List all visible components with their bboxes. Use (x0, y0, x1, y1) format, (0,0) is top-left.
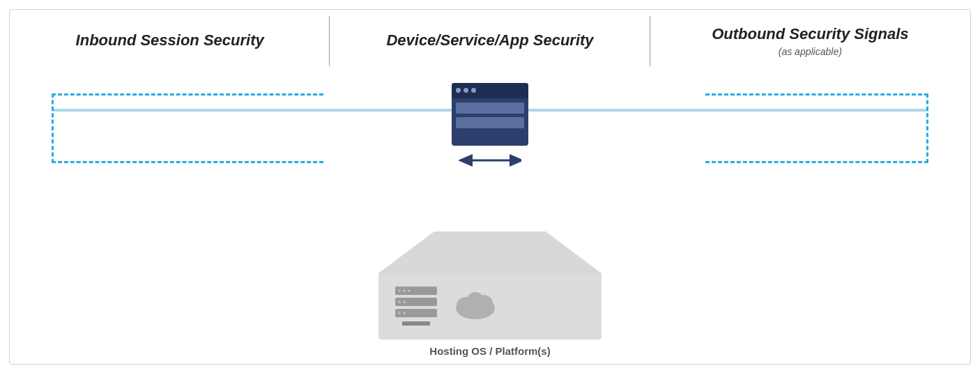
server-dot-5 (403, 300, 406, 303)
server-row-1 (395, 287, 437, 295)
device-title: Device/Service/App Security (386, 31, 593, 51)
server-dot-4 (398, 300, 401, 303)
diagram-container: Inbound Session Security Device/Service/… (9, 9, 971, 365)
header-col-device: Device/Service/App Security (330, 10, 650, 73)
server-base (402, 321, 430, 326)
server-dot-6 (398, 312, 401, 314)
cloud-icon (451, 286, 500, 327)
server-dot-7 (403, 312, 406, 314)
platform-shape: Hosting OS / Platform(s) (378, 231, 602, 357)
svg-point-5 (467, 292, 484, 307)
server-dot-3 (408, 289, 411, 292)
server-dot-2 (403, 289, 406, 292)
server-row-2 (395, 298, 437, 306)
platform-roof-svg (378, 231, 602, 273)
bidirectional-arrow (459, 151, 521, 170)
diagram-area: Hosting OS / Platform(s) (10, 73, 970, 364)
window-titlebar (452, 83, 528, 98)
platform-roof (378, 231, 602, 273)
window-bar-1 (456, 102, 524, 114)
inbound-title: Inbound Session Security (76, 31, 264, 51)
arrow-svg (459, 151, 521, 170)
window-bar-2 (456, 117, 524, 128)
window-body (452, 98, 528, 146)
server-icon (395, 287, 437, 326)
header-row: Inbound Session Security Device/Service/… (10, 10, 970, 73)
server-dot-1 (398, 289, 401, 292)
window-icon (452, 83, 528, 153)
header-col-outbound: Outbound Security Signals (as applicable… (650, 10, 970, 73)
window-dot-1 (456, 88, 461, 93)
server-row-3 (395, 309, 437, 317)
platform-body (378, 273, 602, 340)
window-dot-2 (464, 88, 468, 93)
outbound-title: Outbound Security Signals (712, 24, 908, 45)
window-dot-3 (471, 88, 476, 93)
platform-label: Hosting OS / Platform(s) (378, 345, 602, 357)
cloud-svg (451, 286, 500, 324)
platform-container: Hosting OS / Platform(s) (378, 231, 602, 357)
svg-marker-1 (378, 231, 602, 273)
outbound-subtitle: (as applicable) (779, 46, 842, 57)
dashed-box-right (705, 93, 928, 163)
header-col-inbound: Inbound Session Security (10, 10, 330, 73)
dashed-box-left (52, 93, 323, 163)
window-box (452, 83, 528, 146)
